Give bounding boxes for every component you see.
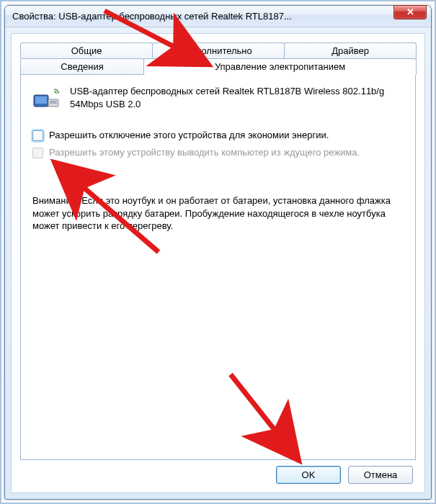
network-adapter-icon — [32, 85, 61, 111]
tab-strip: Общие Дополнительно Драйвер Сведения Упр… — [20, 42, 416, 74]
checkbox-allow-off[interactable] — [32, 130, 43, 141]
cancel-button[interactable]: Отмена — [348, 466, 413, 484]
close-icon: ✕ — [406, 6, 414, 17]
checkbox-row-allow-wake: Разрешить этому устройству выводить комп… — [32, 147, 404, 158]
titlebar[interactable]: Свойства: USB-адаптер беспроводных сетей… — [5, 6, 431, 27]
client-area: Общие Дополнительно Драйвер Сведения Упр… — [11, 33, 425, 493]
checkbox-row-allow-off[interactable]: Разрешить отключение этого устройства дл… — [32, 130, 404, 141]
svg-rect-3 — [50, 101, 57, 104]
checkbox-allow-wake — [32, 148, 43, 158]
checkbox-allow-wake-label: Разрешить этому устройству выводить комп… — [49, 147, 360, 158]
window-title: Свойства: USB-адаптер беспроводных сетей… — [12, 11, 393, 22]
tab-general[interactable]: Общие — [20, 42, 153, 58]
svg-rect-1 — [35, 96, 47, 104]
ok-button[interactable]: OK — [276, 466, 341, 484]
tab-power-management[interactable]: Управление электропитанием — [143, 58, 417, 75]
tab-advanced[interactable]: Дополнительно — [152, 42, 285, 58]
checkbox-allow-off-label: Разрешить отключение этого устройства дл… — [49, 130, 329, 140]
tab-details[interactable]: Сведения — [20, 58, 144, 74]
close-button[interactable]: ✕ — [393, 5, 427, 19]
tab-driver[interactable]: Драйвер — [284, 42, 417, 58]
dialog-buttons: OK Отмена — [19, 462, 417, 485]
dialog-window: Свойства: USB-адаптер беспроводных сетей… — [4, 5, 432, 500]
device-name: USB-адаптер беспроводных сетей Realtek R… — [70, 85, 404, 110]
warning-note: Внимание! Если это ноутбук и он работает… — [32, 194, 404, 233]
tab-panel: USB-адаптер беспроводных сетей Realtek R… — [20, 74, 416, 460]
